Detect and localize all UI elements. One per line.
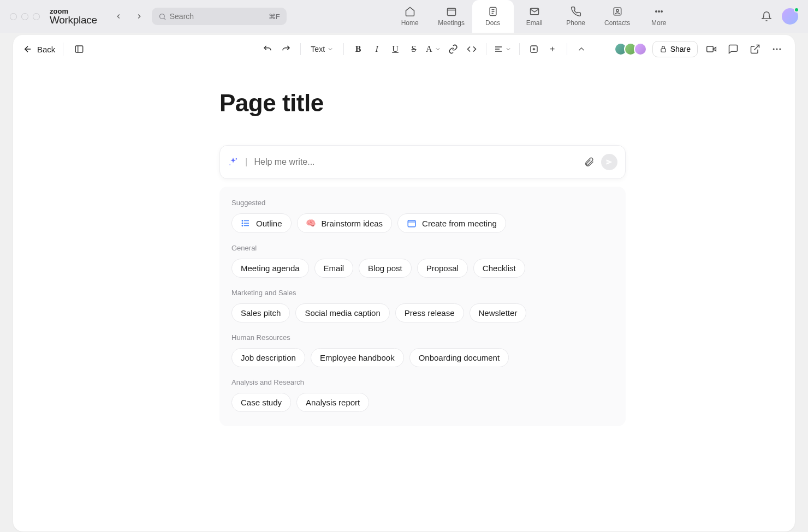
chip-label: Email (324, 264, 344, 273)
chip-create-from-meeting[interactable]: Create from meeting (397, 213, 506, 233)
chip-press-release[interactable]: Press release (395, 303, 464, 322)
mail-icon (529, 6, 540, 17)
chip-label: Outline (256, 219, 282, 228)
chip-job-description[interactable]: Job description (231, 348, 305, 367)
nav-back[interactable] (110, 8, 127, 25)
separator (519, 43, 520, 55)
send-icon (605, 158, 613, 166)
svg-point-11 (655, 11, 657, 13)
comment-icon (728, 44, 739, 55)
notifications-icon[interactable] (761, 11, 772, 22)
link-button[interactable] (444, 40, 462, 58)
nav-home-label: Home (401, 19, 419, 27)
align-left-icon (494, 45, 503, 53)
ai-prompt-input[interactable] (254, 157, 577, 167)
svg-point-30 (236, 158, 237, 160)
chip-outline[interactable]: Outline (231, 213, 292, 233)
search-input[interactable] (170, 12, 265, 21)
video-button[interactable] (703, 41, 720, 57)
window-close[interactable] (10, 13, 17, 20)
chip-email[interactable]: Email (314, 259, 354, 278)
chip-label: Checklist (483, 264, 516, 273)
nav-phone[interactable]: Phone (555, 0, 597, 33)
text-style-dropdown[interactable]: Text (306, 40, 338, 58)
nav-contacts[interactable]: Contacts (597, 0, 638, 33)
marketing-label: Marketing and Sales (231, 289, 614, 297)
collapse-toolbar[interactable] (573, 40, 590, 58)
comment-button[interactable] (725, 41, 741, 57)
analysis-label: Analysis and Research (231, 378, 614, 386)
presence-indicator (794, 7, 799, 13)
back-button[interactable]: Back (23, 44, 55, 54)
align-dropdown[interactable] (492, 40, 514, 58)
sidebar-toggle[interactable] (71, 41, 87, 57)
chevron-down-icon (327, 46, 334, 52)
suggestions-card: Suggested Outline 🧠 Brainstorm ideas Cre… (219, 187, 626, 426)
nav-more[interactable]: More (638, 0, 680, 33)
nav-forward[interactable] (131, 8, 147, 25)
home-icon (405, 6, 415, 17)
chip-brainstorm[interactable]: 🧠 Brainstorm ideas (297, 213, 393, 233)
nav-meetings[interactable]: Meetings (431, 0, 472, 33)
nav-docs[interactable]: Docs (472, 0, 514, 33)
separator (343, 43, 344, 55)
back-label: Back (37, 45, 55, 54)
chip-label: Blog post (368, 264, 402, 273)
open-external-button[interactable] (747, 41, 763, 57)
user-avatar[interactable] (782, 8, 798, 25)
bold-button[interactable]: B (349, 40, 367, 58)
more-horizontal-icon (771, 44, 782, 55)
document-window: Back Text B I U S A (13, 35, 795, 531)
nav-home[interactable]: Home (389, 0, 431, 33)
chip-label: Job description (241, 353, 296, 362)
collaborator-avatars[interactable] (614, 43, 647, 56)
chip-label: Employee handbook (320, 353, 395, 362)
chip-label: Brainstorm ideas (322, 219, 383, 228)
chip-employee-handbook[interactable]: Employee handbook (311, 348, 404, 367)
window-maximize[interactable] (33, 13, 40, 20)
doc-icon (488, 6, 498, 17)
chip-sales-pitch[interactable]: Sales pitch (231, 303, 290, 322)
attachment-icon[interactable] (584, 157, 595, 168)
chip-blog-post[interactable]: Blog post (359, 259, 412, 278)
main-nav: Home Meetings Docs Email Phone Contacts … (389, 0, 680, 33)
avatar (634, 43, 647, 56)
chip-onboarding-document[interactable]: Onboarding document (409, 348, 509, 367)
chip-meeting-agenda[interactable]: Meeting agenda (231, 259, 309, 278)
underline-button[interactable]: U (387, 40, 404, 58)
share-button[interactable]: Share (652, 41, 698, 57)
page-title[interactable]: Page title (219, 89, 795, 117)
code-button[interactable] (463, 40, 480, 58)
nav-email[interactable]: Email (514, 0, 555, 33)
chip-case-study[interactable]: Case study (231, 393, 291, 412)
strikethrough-button[interactable]: S (405, 40, 423, 58)
more-options-button[interactable] (769, 41, 785, 57)
ai-input-row[interactable]: | (219, 145, 626, 179)
chip-newsletter[interactable]: Newsletter (470, 303, 527, 322)
redo-button[interactable] (277, 40, 295, 58)
chip-checklist[interactable]: Checklist (473, 259, 525, 278)
chip-social-media-caption[interactable]: Social media caption (295, 303, 389, 322)
text-color-dropdown[interactable]: A (424, 40, 443, 58)
share-label: Share (670, 45, 691, 53)
window-minimize[interactable] (21, 13, 28, 20)
search-box[interactable]: ⌘F (152, 8, 287, 25)
undo-icon (263, 44, 272, 54)
insert-icon (529, 44, 539, 54)
svg-rect-24 (707, 46, 714, 52)
insert-button[interactable] (525, 40, 543, 58)
undo-button[interactable] (259, 40, 276, 58)
add-button[interactable]: + (544, 40, 561, 58)
nav-contacts-label: Contacts (604, 19, 630, 27)
text-color-icon: A (426, 44, 432, 54)
chip-proposal[interactable]: Proposal (417, 259, 468, 278)
send-button[interactable] (601, 154, 617, 170)
chip-label: Proposal (426, 264, 459, 273)
calendar-icon (446, 6, 457, 17)
chip-analysis-report[interactable]: Analysis report (296, 393, 369, 412)
svg-point-0 (159, 14, 164, 19)
external-icon (750, 44, 761, 55)
chip-label: Press release (405, 308, 455, 318)
code-icon (467, 44, 477, 54)
italic-button[interactable]: I (368, 40, 385, 58)
